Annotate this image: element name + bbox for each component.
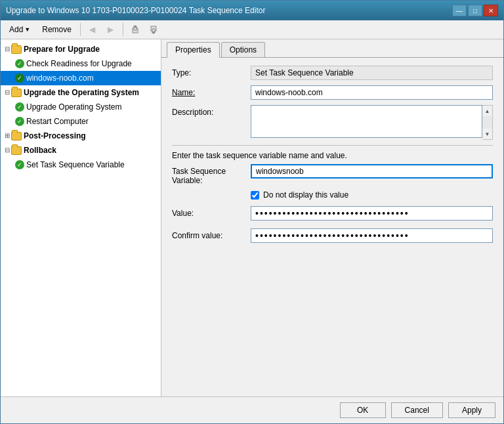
bottom-bar: OK Cancel Apply [1, 396, 503, 423]
variable-input[interactable] [251, 164, 493, 179]
toolbar-separator-2 [123, 23, 123, 36]
forward-button[interactable]: ▶ [103, 22, 119, 37]
tree-panel: ⊟ Prepare for Upgrade ✓ Check Readiness … [1, 39, 161, 396]
name-input[interactable] [251, 85, 493, 100]
toolbar-separator-1 [80, 23, 81, 36]
check-icon-windows-noob: ✓ [15, 74, 24, 83]
type-label: Type: [172, 66, 251, 77]
close-button[interactable]: ✕ [484, 5, 498, 16]
checkbox-label[interactable]: Do not display this value [263, 190, 348, 200]
tree-label-windows-noob: windows-noob.com [26, 72, 94, 84]
remove-button[interactable]: Remove [37, 23, 76, 36]
title-bar-controls: — □ ✕ [452, 5, 498, 16]
variable-row: Task Sequence Variable: [172, 164, 493, 185]
type-value: Set Task Sequence Variable [251, 66, 493, 80]
tree-label-restart: Restart Computer [26, 116, 89, 127]
back-button[interactable]: ◀ [85, 22, 100, 37]
toolbar: Add ▼ Remove ◀ ▶ [1, 20, 503, 39]
move-up-button[interactable] [127, 22, 143, 37]
tree-label-upgrade-os-step: Upgrade Operating System [26, 101, 121, 113]
tree-item-set-ts-var[interactable]: ✓ Set Task Sequence Variable [1, 158, 161, 172]
check-icon-upgrade-os-step: ✓ [15, 102, 24, 112]
back-icon: ◀ [89, 25, 95, 34]
variable-label: Task Sequence Variable: [172, 164, 251, 185]
folder-icon-prepare [11, 45, 22, 54]
main-area: ⊟ Prepare for Upgrade ✓ Check Readiness … [1, 39, 503, 396]
tree-label-rollback: Rollback [24, 144, 56, 156]
folder-icon-rollback [11, 146, 22, 155]
add-dropdown-icon: ▼ [24, 26, 30, 33]
tree-label-post-processing: Post-Processing [24, 130, 86, 142]
name-row: Name: [172, 85, 493, 100]
expand-icon-rollback[interactable]: ⊟ [3, 144, 11, 156]
move-down-icon [149, 25, 158, 34]
tree-item-restart[interactable]: ✓ Restart Computer [1, 114, 161, 129]
ok-button[interactable]: OK [340, 402, 386, 418]
add-button[interactable]: Add ▼ [5, 23, 35, 36]
scroll-down-btn[interactable]: ▼ [482, 129, 492, 139]
value-label: Value: [172, 209, 251, 218]
maximize-button[interactable]: □ [468, 5, 482, 16]
apply-button[interactable]: Apply [448, 402, 495, 418]
folder-icon-upgrade-os [11, 89, 22, 97]
expand-icon-upgrade-os[interactable]: ⊟ [3, 87, 11, 98]
scroll-up-btn[interactable]: ▲ [482, 106, 492, 116]
confirm-label: Confirm value: [172, 231, 251, 240]
description-input[interactable] [251, 105, 482, 138]
move-up-icon [131, 25, 140, 34]
forward-icon: ▶ [108, 25, 114, 34]
confirm-input[interactable] [251, 228, 493, 243]
value-row: Value: [172, 206, 493, 221]
check-icon-set-ts-var: ✓ [15, 160, 24, 169]
expand-icon-post[interactable]: ⊞ [3, 130, 11, 142]
hint-text: Enter the task sequence variable name an… [172, 151, 493, 160]
move-down-button[interactable] [146, 22, 161, 37]
tree-item-post-processing[interactable]: ⊞ Post-Processing [1, 129, 161, 143]
scrollbar-btns: ▲ ▼ [482, 105, 493, 140]
tree-label-prepare: Prepare for Upgrade [24, 43, 100, 55]
tree-item-windows-noob[interactable]: ✓ windows-noob.com [1, 71, 161, 85]
tree-item-rollback[interactable]: ⊟ Rollback [1, 143, 161, 158]
tree-label-upgrade-os: Upgrade the Operating System [24, 87, 139, 98]
checkbox-row: Do not display this value [251, 190, 493, 200]
do-not-display-checkbox[interactable] [251, 191, 259, 200]
window-title: Upgrade to Windows 10 1703-P0100023-P010… [6, 6, 265, 15]
tab-properties[interactable]: Properties [167, 42, 220, 58]
name-label: Name: [172, 85, 251, 97]
tree-item-prepare[interactable]: ⊟ Prepare for Upgrade [1, 42, 161, 56]
cancel-button[interactable]: Cancel [391, 402, 443, 418]
main-window: Upgrade to Windows 10 1703-P0100023-P010… [0, 0, 504, 424]
properties-content: Type: Set Task Sequence Variable Name: D… [161, 58, 503, 396]
check-icon-restart: ✓ [15, 117, 24, 126]
type-row: Type: Set Task Sequence Variable [172, 66, 493, 80]
tree-item-upgrade-os[interactable]: ⊟ Upgrade the Operating System [1, 85, 161, 100]
value-input[interactable] [251, 206, 493, 221]
tabs-bar: Properties Options [161, 39, 503, 58]
check-icon-readiness: ✓ [15, 59, 24, 68]
confirm-row: Confirm value: [172, 228, 493, 243]
description-wrapper: ▲ ▼ [251, 105, 493, 140]
tree-label-check-readiness: Check Readiness for Upgrade [26, 58, 132, 70]
right-panel: Properties Options Type: Set Task Sequen… [161, 39, 503, 396]
tree-label-set-ts-var: Set Task Sequence Variable [26, 159, 125, 171]
minimize-button[interactable]: — [452, 5, 467, 16]
description-label: Description: [172, 105, 251, 117]
title-bar: Upgrade to Windows 10 1703-P0100023-P010… [1, 1, 503, 20]
description-row: Description: ▲ ▼ [172, 105, 493, 140]
expand-icon-prepare[interactable]: ⊟ [3, 43, 11, 55]
tree-item-upgrade-os-step[interactable]: ✓ Upgrade Operating System [1, 100, 161, 114]
folder-icon-post [11, 132, 22, 140]
divider [172, 145, 493, 146]
tree-item-check-readiness[interactable]: ✓ Check Readiness for Upgrade [1, 56, 161, 71]
tab-options[interactable]: Options [221, 42, 265, 57]
